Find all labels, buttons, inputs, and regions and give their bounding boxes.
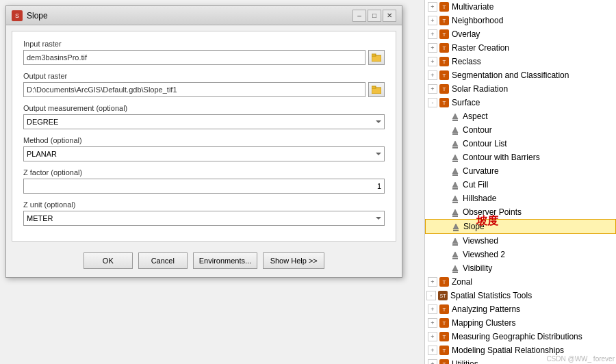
output-raster-group: Output raster bbox=[23, 72, 385, 97]
visibility-label: Visibility bbox=[463, 263, 492, 273]
cut-fill-tool-icon bbox=[450, 180, 460, 190]
svg-text:T: T bbox=[443, 86, 446, 92]
tree-item-overlay[interactable]: + T Overlay bbox=[425, 27, 616, 41]
svg-marker-32 bbox=[452, 196, 458, 201]
curvature-label: Curvature bbox=[463, 166, 499, 176]
expand-multivariate[interactable]: + bbox=[428, 2, 437, 12]
viewshed2-tool-icon bbox=[450, 250, 460, 259]
z-unit-label: Z unit (optional) bbox=[23, 200, 385, 209]
expand-mapping-clusters[interactable]: + bbox=[428, 318, 437, 328]
tree-item-analyzing-patterns[interactable]: + T Analyzing Patterns bbox=[425, 302, 616, 316]
tree-item-measuring-geo[interactable]: + T Measuring Geographic Distributions bbox=[425, 330, 616, 343]
tree-item-solar-radiation[interactable]: + T Solar Radiation bbox=[425, 82, 616, 96]
input-raster-browse-button[interactable] bbox=[368, 50, 385, 65]
tree-item-cut-fill[interactable]: Cut Fill bbox=[425, 178, 616, 192]
tree-item-observer-points[interactable]: Observer Points bbox=[425, 205, 616, 219]
viewshed-label: Viewshed bbox=[463, 236, 498, 246]
output-measurement-select[interactable]: DEGREE PERCENT_RISE bbox=[23, 114, 385, 129]
curvature-tool-icon bbox=[450, 166, 460, 176]
spatial-stats-label: Spatial Statistics Tools bbox=[450, 291, 532, 300]
show-help-button[interactable]: Show Help >> bbox=[263, 252, 324, 269]
svg-text:T: T bbox=[443, 307, 446, 313]
aspect-tool-icon bbox=[450, 112, 460, 121]
dialog-buttons: OK Cancel Environments... Show Help >> bbox=[6, 247, 402, 277]
expand-modeling-spatial[interactable]: + bbox=[428, 346, 437, 355]
tree-item-contour[interactable]: Contour bbox=[425, 123, 616, 137]
expand-reclass[interactable]: + bbox=[428, 57, 437, 66]
tree-item-curvature[interactable]: Curvature bbox=[425, 164, 616, 178]
segmentation-label: Segmentation and Classification bbox=[452, 70, 569, 80]
output-raster-label: Output raster bbox=[23, 72, 385, 80]
tree-item-spatial-stats[interactable]: - ST Spatial Statistics Tools bbox=[425, 289, 616, 302]
tree-item-aspect[interactable]: Aspect bbox=[425, 109, 616, 123]
tree-item-multivariate[interactable]: + T Multivariate bbox=[425, 0, 616, 14]
expand-measuring-geo[interactable]: + bbox=[428, 332, 437, 341]
expand-segmentation[interactable]: + bbox=[428, 70, 437, 80]
environments-button[interactable]: Environments... bbox=[193, 252, 257, 269]
folder-icon bbox=[372, 53, 381, 62]
overlay-label: Overlay bbox=[452, 29, 480, 39]
reclass-label: Reclass bbox=[452, 57, 481, 66]
tree-item-mapping-clusters[interactable]: + T Mapping Clusters bbox=[425, 316, 616, 330]
svg-text:T: T bbox=[443, 31, 446, 38]
tree-item-contour-barriers[interactable]: Contour with Barriers bbox=[425, 151, 616, 164]
cancel-button[interactable]: Cancel bbox=[138, 252, 188, 269]
expand-utilities[interactable]: + bbox=[428, 359, 437, 364]
svg-marker-40 bbox=[452, 252, 458, 257]
measuring-geo-label: Measuring Geographic Distributions bbox=[452, 332, 582, 341]
mapping-clusters-label: Mapping Clusters bbox=[452, 318, 515, 328]
ok-button[interactable]: OK bbox=[84, 252, 133, 269]
expand-neighborhood[interactable]: + bbox=[428, 16, 437, 25]
z-unit-select[interactable]: METER FOOT bbox=[23, 211, 385, 226]
tree-item-hillshade[interactable]: Hillshade bbox=[425, 192, 616, 205]
tree-item-visibility[interactable]: Visibility bbox=[425, 261, 616, 275]
svg-text:T: T bbox=[443, 348, 446, 354]
raster-creation-label: Raster Creation bbox=[452, 43, 509, 53]
method-select[interactable]: PLANAR GEODESIC bbox=[23, 146, 385, 161]
expand-zonal[interactable]: + bbox=[428, 277, 437, 287]
output-raster-browse-button[interactable] bbox=[368, 82, 385, 97]
close-button[interactable]: ✕ bbox=[383, 10, 396, 22]
tree-item-contour-list[interactable]: Contour List bbox=[425, 137, 616, 151]
svg-text:T: T bbox=[443, 18, 446, 24]
analyzing-patterns-label: Analyzing Patterns bbox=[452, 304, 520, 314]
expand-surface[interactable]: - bbox=[428, 98, 437, 107]
contour-barriers-tool-icon bbox=[450, 153, 460, 162]
expand-raster-creation[interactable]: + bbox=[428, 43, 437, 53]
multivariate-label: Multivariate bbox=[452, 2, 493, 12]
tree-item-zonal[interactable]: + T Zonal bbox=[425, 275, 616, 289]
method-label: Method (optional) bbox=[23, 136, 385, 144]
expand-spatial-stats[interactable]: - bbox=[426, 291, 436, 300]
tree-item-reclass[interactable]: + T Reclass bbox=[425, 55, 616, 68]
input-raster-input[interactable] bbox=[23, 50, 365, 65]
tree-item-neighborhood[interactable]: + T Neighborhood bbox=[425, 14, 616, 27]
dialog-title: Slope bbox=[27, 11, 48, 21]
tree-item-segmentation[interactable]: + T Segmentation and Classification bbox=[425, 68, 616, 82]
tree-item-surface[interactable]: - T Surface bbox=[425, 96, 616, 109]
aspect-label: Aspect bbox=[463, 112, 488, 121]
tree-item-viewshed2[interactable]: Viewshed 2 bbox=[425, 248, 616, 261]
expand-solar-radiation[interactable]: + bbox=[428, 84, 437, 94]
slope-dialog: S Slope – □ ✕ Input raster bbox=[5, 5, 402, 278]
z-factor-input[interactable] bbox=[23, 179, 385, 194]
output-raster-input[interactable] bbox=[23, 82, 365, 97]
svg-marker-38 bbox=[452, 238, 458, 244]
svg-text:T: T bbox=[443, 45, 446, 51]
csdn-watermark: CSDN @WW_ forever bbox=[546, 355, 615, 363]
tree-item-raster-creation[interactable]: + T Raster Creation bbox=[425, 41, 616, 55]
expand-analyzing-patterns[interactable]: + bbox=[428, 304, 437, 314]
tree-item-viewshed[interactable]: Viewshed bbox=[425, 234, 616, 248]
expand-overlay[interactable]: + bbox=[428, 29, 437, 39]
svg-text:T: T bbox=[443, 4, 446, 10]
minimize-button[interactable]: – bbox=[352, 10, 366, 22]
hillshade-tool-icon bbox=[450, 194, 460, 203]
z-factor-group: Z factor (optional) bbox=[23, 168, 385, 194]
tree-item-slope[interactable]: Slope bbox=[425, 219, 616, 234]
method-group: Method (optional) PLANAR GEODESIC bbox=[23, 136, 385, 161]
svg-marker-26 bbox=[452, 155, 458, 160]
output-measurement-group: Output measurement (optional) DEGREE PER… bbox=[23, 104, 385, 129]
maximize-button[interactable]: □ bbox=[368, 10, 381, 22]
svg-marker-30 bbox=[452, 182, 458, 187]
chinese-slope-label: 坡度 bbox=[476, 214, 498, 229]
contour-barriers-label: Contour with Barriers bbox=[463, 153, 540, 162]
